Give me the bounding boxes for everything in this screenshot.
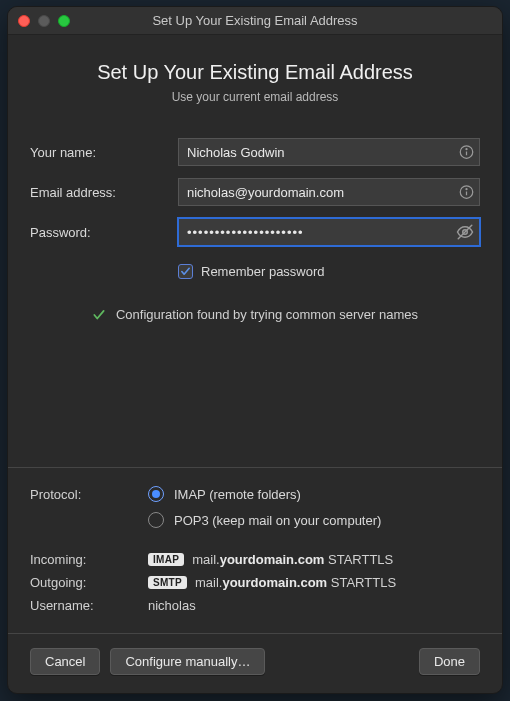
svg-point-5 xyxy=(466,189,467,190)
protocol-label: Protocol: xyxy=(30,487,148,502)
page-title: Set Up Your Existing Email Address xyxy=(30,61,480,84)
window-controls xyxy=(18,15,70,27)
footer: Cancel Configure manually… Done xyxy=(8,634,502,693)
outgoing-server: mail.yourdomain.com STARTTLS xyxy=(195,575,396,590)
password-label: Password: xyxy=(30,225,178,240)
close-window-icon[interactable] xyxy=(18,15,30,27)
protocol-pop3-radio[interactable] xyxy=(148,512,164,528)
svg-point-2 xyxy=(466,149,467,150)
maximize-window-icon[interactable] xyxy=(58,15,70,27)
done-button[interactable]: Done xyxy=(419,648,480,675)
status-row: Configuration found by trying common ser… xyxy=(30,307,480,322)
password-input[interactable] xyxy=(178,218,480,246)
titlebar: Set Up Your Existing Email Address xyxy=(8,7,502,35)
protocol-imap-radio[interactable] xyxy=(148,486,164,502)
incoming-badge: IMAP xyxy=(148,553,184,566)
protocol-pop3-label: POP3 (keep mail on your computer) xyxy=(174,513,381,528)
incoming-server: mail.yourdomain.com STARTTLS xyxy=(192,552,393,567)
minimize-window-icon xyxy=(38,15,50,27)
outgoing-badge: SMTP xyxy=(148,576,187,589)
username-value: nicholas xyxy=(148,598,196,613)
window-title: Set Up Your Existing Email Address xyxy=(8,13,502,28)
username-label: Username: xyxy=(30,598,148,613)
cancel-button[interactable]: Cancel xyxy=(30,648,100,675)
info-icon[interactable] xyxy=(459,185,474,200)
page-subtitle: Use your current email address xyxy=(30,90,480,104)
remember-password-checkbox[interactable] xyxy=(178,264,193,279)
status-message: Configuration found by trying common ser… xyxy=(116,307,418,322)
check-icon xyxy=(92,308,106,322)
dialog-window: Set Up Your Existing Email Address Set U… xyxy=(7,6,503,694)
configure-manually-button[interactable]: Configure manually… xyxy=(110,648,265,675)
eye-slash-icon[interactable] xyxy=(456,223,474,241)
remember-password-label: Remember password xyxy=(201,264,325,279)
outgoing-label: Outgoing: xyxy=(30,575,148,590)
info-icon[interactable] xyxy=(459,145,474,160)
name-label: Your name: xyxy=(30,145,178,160)
incoming-label: Incoming: xyxy=(30,552,148,567)
email-label: Email address: xyxy=(30,185,178,200)
email-input[interactable] xyxy=(178,178,480,206)
protocol-imap-label: IMAP (remote folders) xyxy=(174,487,301,502)
config-panel: Protocol: IMAP (remote folders) POP3 (ke… xyxy=(30,468,480,633)
name-input[interactable] xyxy=(178,138,480,166)
